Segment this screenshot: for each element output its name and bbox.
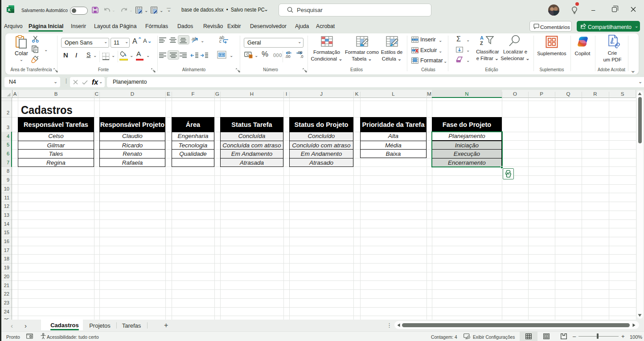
svg-text:Z: Z — [480, 41, 483, 46]
svg-text:X: X — [8, 7, 11, 12]
svg-text:A: A — [480, 35, 484, 41]
